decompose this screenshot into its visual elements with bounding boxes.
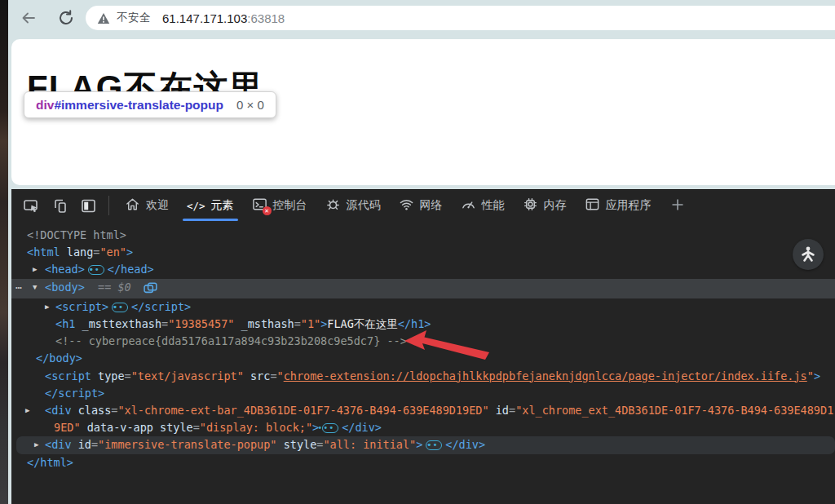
- dom-tree-row[interactable]: <script type="text/javascript" src="chro…: [11, 368, 835, 385]
- sources-icon: [325, 197, 341, 214]
- dom-tree-row[interactable]: </html>: [11, 454, 835, 471]
- code-segment-punc: =: [270, 369, 276, 382]
- code-segment-tag: <div: [45, 438, 72, 451]
- tab-label: 源代码: [347, 198, 381, 213]
- browser-toolbar: 不安全 61.147.171.103:63818: [8, 0, 835, 36]
- expand-ellipsis-button[interactable]: •••: [426, 440, 442, 450]
- devtools-panel: 欢迎</>元素控制台✕源代码网络性能内存应用程序 <!DOCTYPE html>…: [11, 189, 835, 504]
- expand-right-icon[interactable]: ▶: [45, 298, 49, 316]
- code-segment-attr: id: [489, 404, 509, 417]
- dom-tree-row[interactable]: ▶<script>•••</script>: [11, 298, 835, 316]
- code-segment-tag: <script>: [55, 300, 108, 313]
- tab-welcome[interactable]: 欢迎: [116, 190, 178, 221]
- dom-tree-row[interactable]: ▶<div class="xl-chrome-ext-bar_4DB361DE-…: [11, 402, 835, 436]
- performance-icon: [461, 197, 476, 214]
- address-bar[interactable]: 不安全 61.147.171.103:63818: [86, 6, 835, 30]
- expand-ellipsis-button[interactable]: •••: [322, 423, 338, 433]
- tab-performance[interactable]: 性能: [452, 190, 514, 221]
- code-segment-punc: =: [509, 404, 515, 417]
- url-host[interactable]: 61.147.171.103: [162, 11, 247, 25]
- plus-icon: [669, 197, 686, 215]
- code-segment-attr: _msthash: [234, 317, 294, 330]
- browser-window: 不安全 61.147.171.103:63818 FLAG不在这里 div#im…: [8, 0, 835, 504]
- code-segment-attr: data-v-app: [81, 421, 153, 434]
- code-segment-val: "xl-chrome-ext-bar_4DB361DE-01F7-4376-B4…: [117, 404, 488, 417]
- row-menu-icon[interactable]: ⋯: [15, 279, 23, 296]
- url-port: :63818: [247, 11, 285, 25]
- code-segment-val: "1": [301, 317, 320, 330]
- expand-down-icon[interactable]: ▼: [33, 279, 37, 296]
- code-segment-attr: lang: [60, 245, 94, 259]
- code-segment-punc: =: [161, 317, 168, 330]
- devtools-toolbar: 欢迎</>元素控制台✕源代码网络性能内存应用程序: [11, 190, 835, 221]
- code-segment-tag: </script>: [45, 387, 104, 400]
- code-segment-val: ": [807, 369, 814, 382]
- code-segment-attr: src: [244, 369, 271, 382]
- tab-label: 应用程序: [606, 198, 652, 213]
- code-segment-tag: <script: [45, 369, 91, 382]
- device-icon: [51, 197, 68, 214]
- tooltip-element-id: #immersive-translate-popup: [54, 98, 223, 113]
- tab-console[interactable]: 控制台✕: [243, 190, 316, 221]
- code-segment-attr: id: [72, 438, 91, 451]
- dom-tree-row[interactable]: </script>: [11, 385, 835, 402]
- code-segment-attr: style: [153, 421, 193, 434]
- tab-label: 元素: [211, 198, 234, 213]
- code-segment-val: "en": [99, 245, 126, 259]
- tab-application[interactable]: 应用程序: [576, 190, 660, 221]
- not-secure-warning-icon: [97, 12, 110, 24]
- code-segment-attr: type: [91, 369, 125, 382]
- expand-right-icon[interactable]: ▶: [33, 261, 37, 278]
- person-icon: [798, 245, 818, 264]
- inspect-element-button[interactable]: [19, 193, 43, 218]
- code-segment-tag: <head>: [45, 263, 85, 276]
- expand-right-icon[interactable]: ▶: [34, 436, 38, 453]
- code-segment-tag: </h1>: [398, 317, 431, 330]
- code-segment-val: "19385457": [168, 317, 234, 330]
- back-button[interactable]: [16, 6, 41, 30]
- code-segment-attr: class: [72, 404, 112, 417]
- tab-label: 控制台: [273, 198, 307, 213]
- code-segment-tag: </html>: [27, 456, 73, 469]
- refresh-button[interactable]: [54, 6, 78, 30]
- dom-tree-row[interactable]: ⋯▼<body> == $0: [11, 279, 835, 298]
- expand-ellipsis-button[interactable]: •••: [88, 265, 104, 275]
- code-segment-punc: =: [193, 421, 200, 434]
- tab-more-tabs[interactable]: [660, 190, 695, 221]
- floating-widget-button[interactable]: [793, 239, 824, 270]
- code-segment-tag: >: [814, 369, 820, 382]
- container-badge-icon[interactable]: [144, 281, 157, 298]
- code-segment-tag: <h1: [55, 317, 75, 330]
- code-segment-val: ": [277, 369, 284, 382]
- tooltip-element-dimensions: 0 × 0: [236, 98, 264, 112]
- code-segment-tag: </body>: [36, 351, 82, 365]
- inspect-icon: [23, 197, 40, 214]
- dom-tree-row[interactable]: <html lang="en">: [11, 244, 835, 261]
- toolbar-divider: [108, 196, 109, 215]
- tab-memory[interactable]: 内存: [514, 190, 576, 221]
- code-segment-val: "immersive-translate-popup": [98, 438, 276, 451]
- annotation-arrow-icon: [404, 330, 493, 360]
- tab-sources[interactable]: 源代码: [316, 190, 390, 221]
- code-segment-comment: <!-- cyberpeace{dda5176a117a894c93b23b20…: [55, 334, 407, 347]
- security-label[interactable]: 不安全: [117, 11, 151, 25]
- code-segment-attr: style: [277, 438, 317, 451]
- dom-tree-row[interactable]: ▶<head>•••</head>: [11, 261, 835, 278]
- code-segment-tag: >: [416, 438, 422, 451]
- tab-label: 内存: [544, 198, 567, 213]
- code-segment-punc: =: [294, 317, 301, 330]
- tab-network[interactable]: 网络: [390, 190, 452, 221]
- dock-side-button[interactable]: [76, 193, 100, 218]
- back-arrow-icon: [20, 9, 38, 27]
- expand-ellipsis-button[interactable]: •••: [112, 303, 128, 312]
- code-segment-tag: <html: [27, 245, 60, 259]
- device-toolbar-button[interactable]: [47, 193, 72, 218]
- code-segment-tag: </head>: [108, 263, 154, 276]
- code-segment-punc: =: [91, 438, 98, 451]
- tooltip-element-tag: div: [36, 98, 54, 113]
- home-icon: [125, 197, 140, 214]
- dom-tree-row[interactable]: ▶<div id="immersive-translate-popup" sty…: [16, 436, 835, 453]
- tab-elements[interactable]: </>元素: [178, 190, 243, 221]
- code-segment-tag: <div: [45, 404, 72, 417]
- dom-tree-row[interactable]: <!DOCTYPE html>: [11, 227, 835, 244]
